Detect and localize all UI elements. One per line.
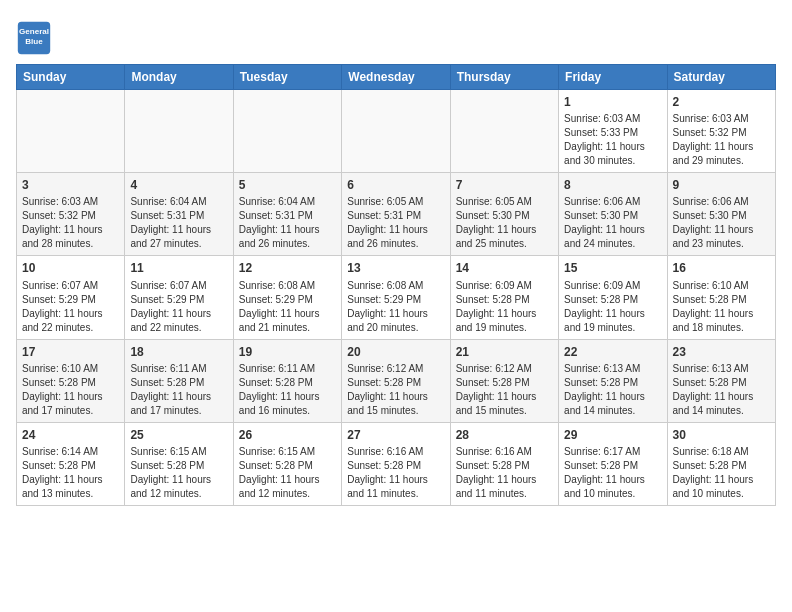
day-number: 29 bbox=[564, 427, 661, 443]
calendar-cell bbox=[450, 90, 558, 173]
day-number: 24 bbox=[22, 427, 119, 443]
calendar-week-row: 24Sunrise: 6:14 AM Sunset: 5:28 PM Dayli… bbox=[17, 422, 776, 505]
day-detail: Sunrise: 6:09 AM Sunset: 5:28 PM Dayligh… bbox=[564, 279, 661, 335]
day-detail: Sunrise: 6:15 AM Sunset: 5:28 PM Dayligh… bbox=[239, 445, 336, 501]
calendar-week-row: 3Sunrise: 6:03 AM Sunset: 5:32 PM Daylig… bbox=[17, 173, 776, 256]
weekday-header-tuesday: Tuesday bbox=[233, 65, 341, 90]
day-detail: Sunrise: 6:09 AM Sunset: 5:28 PM Dayligh… bbox=[456, 279, 553, 335]
calendar-cell: 10Sunrise: 6:07 AM Sunset: 5:29 PM Dayli… bbox=[17, 256, 125, 339]
calendar-cell: 28Sunrise: 6:16 AM Sunset: 5:28 PM Dayli… bbox=[450, 422, 558, 505]
calendar-cell: 30Sunrise: 6:18 AM Sunset: 5:28 PM Dayli… bbox=[667, 422, 775, 505]
day-number: 25 bbox=[130, 427, 227, 443]
day-detail: Sunrise: 6:10 AM Sunset: 5:28 PM Dayligh… bbox=[673, 279, 770, 335]
day-detail: Sunrise: 6:06 AM Sunset: 5:30 PM Dayligh… bbox=[564, 195, 661, 251]
day-detail: Sunrise: 6:08 AM Sunset: 5:29 PM Dayligh… bbox=[239, 279, 336, 335]
day-number: 9 bbox=[673, 177, 770, 193]
calendar-cell: 17Sunrise: 6:10 AM Sunset: 5:28 PM Dayli… bbox=[17, 339, 125, 422]
calendar-cell: 27Sunrise: 6:16 AM Sunset: 5:28 PM Dayli… bbox=[342, 422, 450, 505]
day-detail: Sunrise: 6:04 AM Sunset: 5:31 PM Dayligh… bbox=[239, 195, 336, 251]
calendar-cell: 1Sunrise: 6:03 AM Sunset: 5:33 PM Daylig… bbox=[559, 90, 667, 173]
day-number: 17 bbox=[22, 344, 119, 360]
day-detail: Sunrise: 6:17 AM Sunset: 5:28 PM Dayligh… bbox=[564, 445, 661, 501]
calendar-week-row: 17Sunrise: 6:10 AM Sunset: 5:28 PM Dayli… bbox=[17, 339, 776, 422]
day-number: 14 bbox=[456, 260, 553, 276]
calendar-cell: 21Sunrise: 6:12 AM Sunset: 5:28 PM Dayli… bbox=[450, 339, 558, 422]
day-detail: Sunrise: 6:03 AM Sunset: 5:33 PM Dayligh… bbox=[564, 112, 661, 168]
day-detail: Sunrise: 6:08 AM Sunset: 5:29 PM Dayligh… bbox=[347, 279, 444, 335]
weekday-header-row: SundayMondayTuesdayWednesdayThursdayFrid… bbox=[17, 65, 776, 90]
day-detail: Sunrise: 6:13 AM Sunset: 5:28 PM Dayligh… bbox=[564, 362, 661, 418]
calendar-cell: 4Sunrise: 6:04 AM Sunset: 5:31 PM Daylig… bbox=[125, 173, 233, 256]
day-number: 4 bbox=[130, 177, 227, 193]
day-number: 19 bbox=[239, 344, 336, 360]
day-number: 3 bbox=[22, 177, 119, 193]
calendar-cell: 14Sunrise: 6:09 AM Sunset: 5:28 PM Dayli… bbox=[450, 256, 558, 339]
day-number: 18 bbox=[130, 344, 227, 360]
day-number: 15 bbox=[564, 260, 661, 276]
calendar-cell: 2Sunrise: 6:03 AM Sunset: 5:32 PM Daylig… bbox=[667, 90, 775, 173]
day-detail: Sunrise: 6:13 AM Sunset: 5:28 PM Dayligh… bbox=[673, 362, 770, 418]
day-number: 27 bbox=[347, 427, 444, 443]
day-detail: Sunrise: 6:07 AM Sunset: 5:29 PM Dayligh… bbox=[130, 279, 227, 335]
calendar-cell bbox=[233, 90, 341, 173]
day-number: 26 bbox=[239, 427, 336, 443]
calendar-cell: 12Sunrise: 6:08 AM Sunset: 5:29 PM Dayli… bbox=[233, 256, 341, 339]
day-detail: Sunrise: 6:12 AM Sunset: 5:28 PM Dayligh… bbox=[347, 362, 444, 418]
day-detail: Sunrise: 6:14 AM Sunset: 5:28 PM Dayligh… bbox=[22, 445, 119, 501]
day-detail: Sunrise: 6:03 AM Sunset: 5:32 PM Dayligh… bbox=[673, 112, 770, 168]
svg-text:Blue: Blue bbox=[25, 37, 43, 46]
day-number: 13 bbox=[347, 260, 444, 276]
day-number: 8 bbox=[564, 177, 661, 193]
weekday-header-friday: Friday bbox=[559, 65, 667, 90]
weekday-header-monday: Monday bbox=[125, 65, 233, 90]
calendar-cell: 29Sunrise: 6:17 AM Sunset: 5:28 PM Dayli… bbox=[559, 422, 667, 505]
day-detail: Sunrise: 6:03 AM Sunset: 5:32 PM Dayligh… bbox=[22, 195, 119, 251]
calendar-cell: 16Sunrise: 6:10 AM Sunset: 5:28 PM Dayli… bbox=[667, 256, 775, 339]
day-detail: Sunrise: 6:07 AM Sunset: 5:29 PM Dayligh… bbox=[22, 279, 119, 335]
calendar-cell: 20Sunrise: 6:12 AM Sunset: 5:28 PM Dayli… bbox=[342, 339, 450, 422]
header: General Blue bbox=[16, 16, 776, 56]
day-number: 7 bbox=[456, 177, 553, 193]
day-number: 1 bbox=[564, 94, 661, 110]
calendar-cell: 22Sunrise: 6:13 AM Sunset: 5:28 PM Dayli… bbox=[559, 339, 667, 422]
logo: General Blue bbox=[16, 20, 52, 56]
calendar-cell: 23Sunrise: 6:13 AM Sunset: 5:28 PM Dayli… bbox=[667, 339, 775, 422]
calendar-cell: 3Sunrise: 6:03 AM Sunset: 5:32 PM Daylig… bbox=[17, 173, 125, 256]
calendar-cell: 7Sunrise: 6:05 AM Sunset: 5:30 PM Daylig… bbox=[450, 173, 558, 256]
day-detail: Sunrise: 6:16 AM Sunset: 5:28 PM Dayligh… bbox=[347, 445, 444, 501]
calendar-cell bbox=[125, 90, 233, 173]
day-number: 21 bbox=[456, 344, 553, 360]
day-detail: Sunrise: 6:12 AM Sunset: 5:28 PM Dayligh… bbox=[456, 362, 553, 418]
weekday-header-thursday: Thursday bbox=[450, 65, 558, 90]
calendar-cell: 11Sunrise: 6:07 AM Sunset: 5:29 PM Dayli… bbox=[125, 256, 233, 339]
calendar-cell: 18Sunrise: 6:11 AM Sunset: 5:28 PM Dayli… bbox=[125, 339, 233, 422]
day-detail: Sunrise: 6:11 AM Sunset: 5:28 PM Dayligh… bbox=[130, 362, 227, 418]
day-number: 12 bbox=[239, 260, 336, 276]
day-number: 10 bbox=[22, 260, 119, 276]
calendar-cell bbox=[17, 90, 125, 173]
day-number: 30 bbox=[673, 427, 770, 443]
day-number: 16 bbox=[673, 260, 770, 276]
calendar-table: SundayMondayTuesdayWednesdayThursdayFrid… bbox=[16, 64, 776, 506]
weekday-header-wednesday: Wednesday bbox=[342, 65, 450, 90]
calendar-cell: 26Sunrise: 6:15 AM Sunset: 5:28 PM Dayli… bbox=[233, 422, 341, 505]
day-number: 2 bbox=[673, 94, 770, 110]
day-number: 11 bbox=[130, 260, 227, 276]
day-number: 22 bbox=[564, 344, 661, 360]
calendar-cell: 15Sunrise: 6:09 AM Sunset: 5:28 PM Dayli… bbox=[559, 256, 667, 339]
day-detail: Sunrise: 6:06 AM Sunset: 5:30 PM Dayligh… bbox=[673, 195, 770, 251]
calendar-cell: 9Sunrise: 6:06 AM Sunset: 5:30 PM Daylig… bbox=[667, 173, 775, 256]
calendar-cell: 13Sunrise: 6:08 AM Sunset: 5:29 PM Dayli… bbox=[342, 256, 450, 339]
day-detail: Sunrise: 6:18 AM Sunset: 5:28 PM Dayligh… bbox=[673, 445, 770, 501]
calendar-week-row: 10Sunrise: 6:07 AM Sunset: 5:29 PM Dayli… bbox=[17, 256, 776, 339]
calendar-cell: 8Sunrise: 6:06 AM Sunset: 5:30 PM Daylig… bbox=[559, 173, 667, 256]
day-number: 5 bbox=[239, 177, 336, 193]
day-detail: Sunrise: 6:04 AM Sunset: 5:31 PM Dayligh… bbox=[130, 195, 227, 251]
day-number: 28 bbox=[456, 427, 553, 443]
weekday-header-sunday: Sunday bbox=[17, 65, 125, 90]
day-detail: Sunrise: 6:05 AM Sunset: 5:31 PM Dayligh… bbox=[347, 195, 444, 251]
svg-text:General: General bbox=[19, 27, 49, 36]
calendar-cell: 25Sunrise: 6:15 AM Sunset: 5:28 PM Dayli… bbox=[125, 422, 233, 505]
calendar-cell: 24Sunrise: 6:14 AM Sunset: 5:28 PM Dayli… bbox=[17, 422, 125, 505]
day-number: 6 bbox=[347, 177, 444, 193]
